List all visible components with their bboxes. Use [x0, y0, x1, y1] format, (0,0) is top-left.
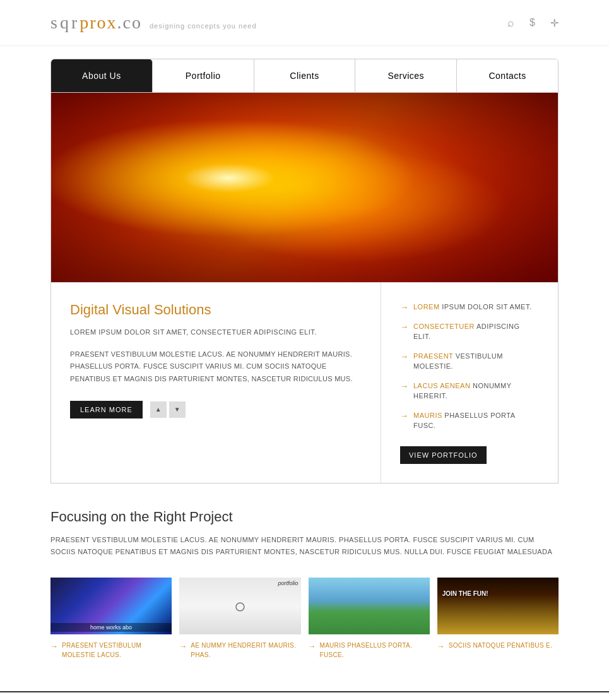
- right-link-text: CONSECTETUER ADIPISCING ELIT.: [413, 321, 539, 342]
- portfolio-link-text-1[interactable]: PRAESENT VESTIBULUM MOLESTIE LACUS.: [62, 641, 172, 660]
- thumb-image-2: [179, 578, 300, 634]
- right-link-text: PRAESENT VESTIBULUM MOLESTIE.: [413, 351, 539, 372]
- dollar-icon[interactable]: $: [529, 17, 535, 28]
- right-link-item: → PRAESENT VESTIBULUM MOLESTIE.: [400, 351, 539, 372]
- nav-tab-contacts[interactable]: Contacts: [457, 59, 558, 92]
- portfolio-thumb-1: [50, 578, 172, 634]
- portfolio-thumb-4: [437, 578, 559, 634]
- content-text2: Praesent vestibulum molestie lacus. Ae n…: [70, 348, 362, 386]
- nav-tab-services[interactable]: Services: [355, 59, 457, 92]
- search-icon[interactable]: ⌕: [507, 16, 514, 30]
- nav-tab-portfolio[interactable]: Portfolio: [153, 59, 254, 92]
- right-link-text: LOREM IPSUM DOLOR SIT AMET.: [413, 302, 532, 312]
- header: sqr prox.co designing concepts you need …: [0, 0, 609, 46]
- nav-tab-clients[interactable]: Clients: [254, 59, 356, 92]
- portfolio-grid: → PRAESENT VESTIBULUM MOLESTIE LACUS. → …: [50, 578, 559, 660]
- arrow-icon: →: [437, 642, 445, 651]
- middle-text: Praesent vestibulum molestie lacus. Ae n…: [50, 534, 559, 559]
- portfolio-item-1: → PRAESENT VESTIBULUM MOLESTIE LACUS.: [50, 578, 172, 660]
- right-link-text: MAURIS PHASELLUS PORTA FUSC.: [413, 410, 539, 431]
- content-right: → LOREM IPSUM DOLOR SIT AMET. → CONSECTE…: [381, 283, 558, 483]
- portfolio-thumb-3: [309, 578, 430, 634]
- logo: sqr prox.co designing concepts you need: [50, 13, 257, 33]
- portfolio-link-4: → SOCIIS NATOQUE PENATIBUS E.: [437, 641, 559, 651]
- content-buttons: LEARN MORE ▲ ▼: [70, 401, 362, 418]
- portfolio-link-text-3[interactable]: MAURIS PHASELLUS PORTA. FUSCE.: [320, 641, 430, 660]
- next-arrow-button[interactable]: ▼: [169, 401, 186, 418]
- arrow-icon: →: [400, 322, 408, 331]
- arrow-icon: →: [309, 642, 316, 651]
- arrow-icon: →: [400, 381, 408, 391]
- consectetuer-link[interactable]: CONSECTETUER: [413, 323, 475, 330]
- portfolio-item-3: → MAURIS PHASELLUS PORTA. FUSCE.: [309, 578, 430, 660]
- content-title: Digital Visual Solutions: [70, 302, 362, 318]
- lacus-link[interactable]: LACUS AENEAN: [413, 382, 470, 389]
- thumb-image-3: [309, 578, 430, 634]
- right-link-item: → LOREM IPSUM DOLOR SIT AMET.: [400, 302, 539, 312]
- right-link-text: LACUS AENEAN NONUMMY HERERIT.: [413, 381, 539, 401]
- right-link-item: → MAURIS PHASELLUS PORTA FUSC.: [400, 410, 539, 431]
- view-portfolio-button[interactable]: VIEW PORTFOLIO: [400, 446, 487, 464]
- right-link-item: → LACUS AENEAN NONUMMY HERERIT.: [400, 381, 539, 401]
- praesent-link[interactable]: PRAESENT: [413, 352, 453, 360]
- thumb-image-4: [437, 578, 559, 634]
- portfolio-item-2: → AE NUMMY HENDRERIT MAURIS. PHAS.: [179, 578, 300, 660]
- middle-title: Focusing on the Right Project: [50, 509, 559, 525]
- portfolio-thumb-2: [179, 578, 300, 634]
- arrow-icon: →: [400, 302, 408, 312]
- portfolio-item-4: → SOCIIS NATOQUE PENATIBUS E.: [437, 578, 559, 660]
- arrow-icon: →: [400, 352, 408, 361]
- middle-section: Focusing on the Right Project Praesent v…: [50, 509, 559, 660]
- logo-prox: prox: [80, 13, 117, 33]
- hero-section: Digital Visual Solutions Lorem ipsum dol…: [50, 93, 559, 483]
- arrow-icon: →: [50, 642, 58, 651]
- logo-co: .co: [117, 13, 142, 33]
- right-link-item: → CONSECTETUER ADIPISCING ELIT.: [400, 321, 539, 342]
- main-nav: About Us Portfolio Clients Services Cont…: [50, 59, 559, 93]
- mauris-link[interactable]: MAURIS: [413, 412, 442, 419]
- arrow-icon: →: [179, 642, 187, 651]
- learn-more-button[interactable]: LEARN MORE: [70, 401, 143, 418]
- nav-tab-about-us[interactable]: About Us: [51, 59, 153, 92]
- crosshair-icon[interactable]: ✛: [550, 17, 559, 29]
- prev-arrow-button[interactable]: ▲: [150, 401, 167, 418]
- content-left: Digital Visual Solutions Lorem ipsum dol…: [51, 283, 381, 483]
- content-text1: Lorem ipsum dolor sit amet, consectetuer…: [70, 327, 362, 338]
- lorem-link[interactable]: LOREM: [413, 303, 440, 311]
- portfolio-link-3: → MAURIS PHASELLUS PORTA. FUSCE.: [309, 641, 430, 660]
- portfolio-link-text-2[interactable]: AE NUMMY HENDRERIT MAURIS. PHAS.: [191, 641, 300, 660]
- header-icons: ⌕ $ ✛: [507, 16, 559, 30]
- logo-tagline: designing concepts you need: [150, 22, 257, 30]
- arrow-icon: →: [400, 411, 408, 420]
- hero-image: [51, 93, 558, 282]
- footer: ABOUT US PORTFOLIO CLIENTS SERVICES CONT…: [0, 691, 609, 700]
- portfolio-link-1: → PRAESENT VESTIBULUM MOLESTIE LACUS.: [50, 641, 172, 660]
- portfolio-link-text-4[interactable]: SOCIIS NATOQUE PENATIBUS E.: [449, 641, 552, 650]
- thumb-image-1: [50, 578, 172, 634]
- nav-arrows: ▲ ▼: [150, 401, 186, 418]
- portfolio-link-2: → AE NUMMY HENDRERIT MAURIS. PHAS.: [179, 641, 300, 660]
- content-panel: Digital Visual Solutions Lorem ipsum dol…: [51, 282, 558, 483]
- logo-sqr: sqr: [50, 13, 80, 33]
